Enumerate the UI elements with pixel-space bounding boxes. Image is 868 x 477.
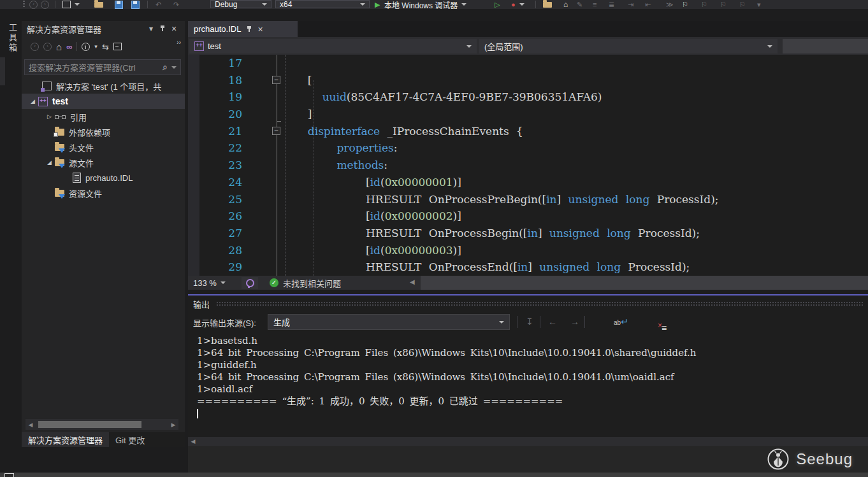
previous-message-icon[interactable]: ← — [548, 317, 557, 327]
pin-icon[interactable] — [157, 23, 168, 34]
close-icon[interactable]: × — [257, 25, 263, 34]
collapsed-arrow-icon[interactable]: ▷ — [47, 113, 55, 120]
output-log-line: 1>oaidl.acf — [197, 383, 868, 395]
panel-title: 解决方案资源管理器 — [27, 23, 101, 35]
main-toolbar: ‹ › ↶ ↷ Debug x64 ▶ 本地 Windows 调试器 ▷ ● ⌕… — [0, 0, 868, 9]
switch-views-icon[interactable]: ∞ — [66, 42, 72, 52]
word-wrap-icon[interactable]: ab↵ — [614, 317, 628, 328]
tree-item-label: 源文件 — [69, 157, 94, 169]
clear-all-icon[interactable]: ≡ — [662, 323, 667, 333]
redo-icon[interactable]: ↷ — [173, 0, 179, 9]
pin-icon[interactable] — [247, 26, 252, 32]
home-icon[interactable]: ⌂ — [56, 41, 62, 52]
scope-dropdown[interactable]: (全局范围) — [479, 39, 778, 53]
toolbar-grip[interactable] — [23, 1, 25, 8]
tree-item[interactable]: ◢++test — [22, 94, 185, 109]
bookmark-icon[interactable]: ⚐ — [682, 0, 688, 9]
tree-item-label: prchauto.IDL — [85, 173, 133, 183]
fold-collapse-button[interactable]: − — [272, 76, 280, 84]
tool-window-tab[interactable]: 解决方案资源管理器 — [22, 432, 109, 447]
comment-icon[interactable]: ⇥ — [628, 0, 633, 9]
tree-item-label: 资源文件 — [69, 187, 102, 199]
scrollbar-thumb[interactable] — [38, 421, 141, 428]
save-all-icon[interactable] — [131, 0, 140, 9]
list-members-icon[interactable]: ≡ — [593, 0, 597, 9]
drag-handle-texture — [216, 301, 864, 307]
navigate-forward-icon[interactable]: › — [41, 1, 49, 9]
forward-icon[interactable]: › — [43, 43, 52, 51]
tree-item[interactable]: 资源文件 — [22, 185, 185, 201]
close-icon[interactable]: × — [168, 23, 180, 34]
taskbar-app-icon[interactable] — [4, 473, 14, 477]
tree-item[interactable]: ▷引用 — [22, 109, 185, 124]
tree-item[interactable]: prchauto.IDL — [22, 170, 185, 185]
prev-bookmark-icon[interactable]: ⚐ — [701, 0, 707, 9]
navigation-bar: ++ test (全局范围) — [188, 37, 868, 55]
cpp-project-icon: ++ — [194, 41, 204, 51]
new-window-icon[interactable] — [62, 0, 80, 9]
indent-icon[interactable]: ≫ — [666, 0, 674, 9]
editor-group: prchauto.IDL × ++ test (全局范围) 1718 [1 — [188, 21, 868, 290]
start-debugging-icon[interactable]: ▶ — [375, 0, 380, 9]
collapse-all-icon[interactable] — [113, 43, 122, 50]
save-icon[interactable] — [115, 0, 123, 9]
navigate-back-icon[interactable]: ‹ — [29, 1, 38, 9]
horizontal-scrollbar[interactable]: ◀ ▶ — [25, 419, 178, 430]
output-log[interactable]: 1>basetsd.h1>64 bit Processing C:\Progra… — [188, 335, 868, 436]
horizontal-scrollbar[interactable] — [421, 276, 868, 290]
scroll-left-icon[interactable]: ◀ — [188, 438, 198, 445]
start-debugging-label[interactable]: 本地 Windows 调试器 — [384, 0, 467, 9]
expanded-arrow-icon[interactable]: ◢ — [47, 159, 55, 166]
zoom-dropdown[interactable]: 133 % — [189, 276, 238, 289]
clear-bookmarks-icon[interactable]: ⚐ — [739, 0, 746, 9]
autohide-panel-marker — [0, 57, 5, 85]
tree-item[interactable]: 解决方案 'test' (1 个项目，共 — [22, 78, 185, 94]
output-panel-header[interactable]: 输出 — [188, 297, 868, 311]
sync-with-active-document-icon[interactable]: ⇆ — [102, 42, 109, 52]
back-icon[interactable]: ‹ — [31, 43, 39, 51]
start-without-debugging-icon[interactable]: ▷ — [495, 0, 500, 9]
output-source-dropdown[interactable]: 生成 — [268, 314, 510, 330]
toolbar-options-icon[interactable]: ▾ — [757, 0, 761, 9]
uncomment-icon[interactable]: ⇤ — [645, 0, 651, 9]
pending-changes-filter-icon[interactable] — [82, 43, 90, 51]
search-icon[interactable]: ⌕ — [163, 62, 168, 73]
goto-message-icon[interactable]: ↧ — [526, 317, 533, 327]
open-folder-icon[interactable] — [94, 0, 103, 9]
window-position-dropdown-icon[interactable]: ▾ — [145, 23, 157, 34]
document-health-indicator[interactable]: ✓ 未找到相关问题 — [270, 276, 341, 290]
intellicode-icon[interactable] — [242, 277, 258, 289]
platform-dropdown[interactable]: x64 — [275, 0, 370, 8]
breakpoint-icon[interactable]: ● — [511, 0, 524, 9]
next-message-icon[interactable]: → — [570, 317, 579, 327]
document-tab-prchauto[interactable]: prchauto.IDL × — [188, 21, 298, 37]
line-number: 24 — [188, 174, 242, 191]
search-input[interactable]: 搜索解决方案资源管理器(Ctrl ⌕ — [24, 59, 181, 75]
toolbox-vertical-tab[interactable]: 工具箱 — [6, 23, 18, 53]
edit-icon[interactable]: ✎ — [577, 0, 582, 9]
undo-icon[interactable]: ↶ — [156, 0, 161, 9]
tree-item[interactable]: ◢源文件 — [22, 155, 185, 170]
toolbar-overflow-icon[interactable]: ›› — [177, 39, 181, 46]
code-line: 27 HRESULT OnProcessBegin([in] unsigned … — [188, 225, 868, 242]
solution-explorer-titlebar: 解决方案资源管理器 ▾ × — [22, 21, 185, 36]
tree-item[interactable]: 头文件 — [22, 139, 185, 155]
project-dropdown[interactable]: ++ test — [189, 39, 477, 53]
fold-collapse-button[interactable]: − — [272, 127, 280, 135]
scroll-left-icon[interactable]: ◀ — [25, 422, 36, 428]
scroll-right-icon[interactable]: ▶ — [168, 422, 178, 428]
horizontal-scrollbar[interactable]: ◀ — [188, 437, 868, 446]
home-icon[interactable]: ⌂ — [563, 0, 568, 9]
code-editor-surface[interactable]: 1718 [19 uuid(85C4AF17-4C7A-4EF0-9BE7-39… — [188, 55, 868, 276]
scroll-left-icon[interactable]: ◀ — [410, 278, 415, 285]
expanded-arrow-icon[interactable]: ◢ — [31, 98, 38, 104]
find-in-files-icon[interactable]: ⌕ — [543, 0, 552, 9]
next-bookmark-icon[interactable]: ⚐ — [720, 0, 727, 9]
tree-item[interactable]: 外部依赖项 — [22, 124, 185, 139]
chevron-down-icon[interactable]: ▾ — [94, 43, 98, 50]
parameter-info-icon[interactable]: ≣ — [609, 0, 614, 9]
member-dropdown[interactable] — [783, 39, 868, 53]
tool-window-tab[interactable]: Git 更改 — [109, 432, 151, 447]
vs-ide-window: ‹ › ↶ ↷ Debug x64 ▶ 本地 Windows 调试器 ▷ ● ⌕… — [0, 0, 868, 477]
configuration-dropdown[interactable]: Debug — [210, 0, 271, 8]
